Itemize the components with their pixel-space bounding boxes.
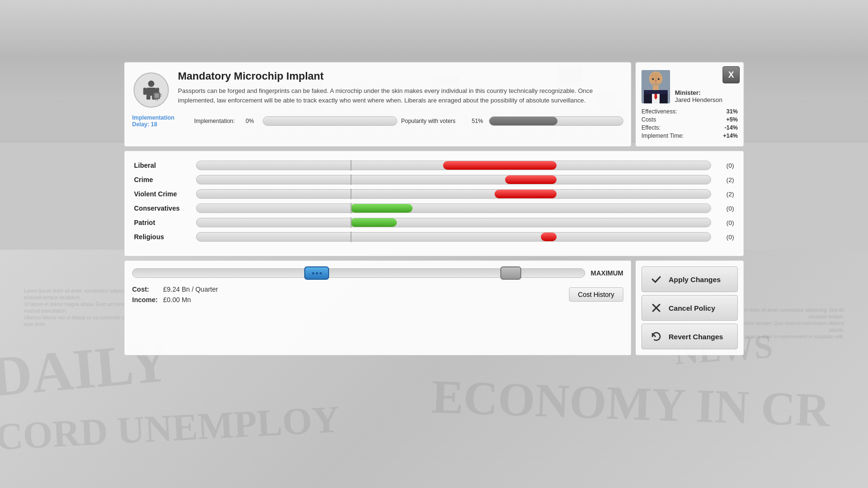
effect-row-liberal: Liberal (0) <box>134 161 734 170</box>
effect-value-conservatives: (0) <box>715 205 734 212</box>
headline-cord: CORD UNEMPLOY <box>0 397 341 459</box>
effect-bar-crime <box>196 175 711 184</box>
revert-changes-button[interactable]: Revert Changes <box>641 324 738 349</box>
effect-fill-violent-crime <box>495 190 556 198</box>
effect-bar-violent-crime <box>196 189 711 199</box>
action-buttons-panel: Apply Changes Cancel Policy <box>635 260 744 356</box>
income-row: Income: £0.00 Mn <box>132 296 569 304</box>
svg-point-19 <box>652 78 654 80</box>
policy-panel: Mandatory Microchip Implant Passports ca… <box>124 62 631 147</box>
svg-rect-2 <box>143 88 146 95</box>
effectiveness-value: 31% <box>726 108 738 115</box>
minister-portrait <box>641 70 670 103</box>
policy-description: Passports can be forged and fingerprints… <box>178 86 623 105</box>
effect-bar-religious <box>196 232 711 242</box>
effect-value-violent-crime: (2) <box>715 191 734 198</box>
svg-point-18 <box>651 73 659 80</box>
implementation-bar <box>263 116 397 126</box>
top-section: Mandatory Microchip Implant Passports ca… <box>124 62 744 147</box>
popularity-label: Popularity with voters <box>401 118 468 124</box>
effect-fill-conservatives <box>351 204 412 213</box>
svg-rect-27 <box>653 86 659 91</box>
x-icon <box>650 301 663 315</box>
svg-rect-4 <box>146 95 150 100</box>
policy-info: Mandatory Microchip Implant Passports ca… <box>178 70 623 110</box>
svg-rect-7 <box>155 93 159 97</box>
close-button[interactable]: X <box>723 66 740 83</box>
effect-label-crime: Crime <box>134 176 196 183</box>
apply-changes-button[interactable]: Apply Changes <box>641 266 738 292</box>
implement-time-row: Implement Time: +14% <box>641 132 738 139</box>
revert-svg <box>651 331 662 342</box>
policy-icon-area <box>132 70 170 110</box>
effect-label-patriot: Patriot <box>134 219 196 226</box>
main-content-area: Mandatory Microchip Implant Passports ca… <box>124 62 744 356</box>
maximum-label: MAXIMUM <box>591 269 623 277</box>
thumb-dot-3 <box>320 272 322 274</box>
effect-row-crime: Crime (2) <box>134 175 734 184</box>
minister-name: Jared Henderson <box>675 96 723 103</box>
minister-label: Minister: <box>675 89 723 96</box>
cancel-policy-label: Cancel Policy <box>669 304 715 312</box>
slider-thumb-max[interactable] <box>500 266 521 280</box>
revert-icon <box>650 330 663 343</box>
effect-value-crime: (2) <box>715 176 734 183</box>
effect-label-liberal: Liberal <box>134 162 196 169</box>
effect-row-religious: Religious (0) <box>134 232 734 242</box>
effect-label-religious: Religious <box>134 233 196 241</box>
slider-track[interactable] <box>132 268 585 278</box>
x-svg <box>651 302 662 314</box>
effects-panel: Liberal (0) Crime (2) Violent Crime (2) … <box>124 151 744 256</box>
policy-person-icon <box>139 78 163 102</box>
check-icon <box>650 273 663 286</box>
slider-thumb-blue[interactable] <box>304 266 329 280</box>
popularity-bar-fill <box>489 117 558 125</box>
policy-icon-circle <box>134 72 169 108</box>
effect-value-liberal: (0) <box>715 162 734 169</box>
costs-row: Costs +5% <box>641 116 738 123</box>
svg-rect-28 <box>644 90 668 94</box>
cost-history-button[interactable]: Cost History <box>569 287 623 302</box>
effect-bar-conservatives <box>196 203 711 213</box>
effect-label-conservatives: Conservatives <box>134 204 196 212</box>
minister-name-area: Minister: Jared Henderson <box>675 70 723 103</box>
svg-point-21 <box>655 80 657 82</box>
effect-fill-patriot <box>351 218 397 227</box>
effect-fill-crime <box>505 175 557 184</box>
headline-economy: ECONOMY IN CR <box>431 369 831 437</box>
slider-panel: MAXIMUM Cost: £9.24 Bn / Quarter Income:… <box>124 260 631 356</box>
apply-changes-label: Apply Changes <box>669 275 721 284</box>
impl-percent: 0% <box>246 118 259 124</box>
cost-value: £9.24 Bn / Quarter <box>163 285 218 293</box>
minister-avatar <box>641 70 670 103</box>
popularity-percent: 51% <box>472 118 485 124</box>
implement-time-label: Implement Time: <box>641 132 684 139</box>
policy-title: Mandatory Microchip Implant <box>178 70 623 82</box>
effectiveness-row: Effectiveness: 31% <box>641 108 738 115</box>
minister-stats: Effectiveness: 31% Costs +5% Effects: -1… <box>641 108 738 139</box>
cancel-policy-button[interactable]: Cancel Policy <box>641 295 738 321</box>
effect-bar-patriot <box>196 218 711 227</box>
effect-fill-religious <box>541 233 556 241</box>
effect-row-patriot: Patriot (0) <box>134 218 734 227</box>
costs-value: +5% <box>726 116 738 123</box>
minister-panel: X <box>635 62 744 147</box>
implementation-delay-label: Implementation Delay: 18 <box>132 114 189 128</box>
cost-label: Cost: <box>132 285 163 293</box>
effects-label: Effects: <box>641 124 661 131</box>
svg-point-0 <box>148 81 154 87</box>
thumb-dot-1 <box>312 272 314 274</box>
controls-section: MAXIMUM Cost: £9.24 Bn / Quarter Income:… <box>124 260 744 356</box>
impl-bar-label: Implementation: <box>194 118 242 124</box>
effect-fill-liberal <box>443 161 556 170</box>
effectiveness-label: Effectiveness: <box>641 108 677 115</box>
popularity-bar <box>489 116 623 126</box>
revert-changes-label: Revert Changes <box>669 333 723 341</box>
svg-point-20 <box>658 78 660 80</box>
effects-row: Effects: -14% <box>641 124 738 131</box>
cost-row: Cost: £9.24 Bn / Quarter <box>132 285 569 293</box>
implement-time-value: +14% <box>723 132 738 139</box>
effect-row-violent-crime: Violent Crime (2) <box>134 189 734 199</box>
income-label: Income: <box>132 296 163 304</box>
effect-value-patriot: (0) <box>715 219 734 226</box>
